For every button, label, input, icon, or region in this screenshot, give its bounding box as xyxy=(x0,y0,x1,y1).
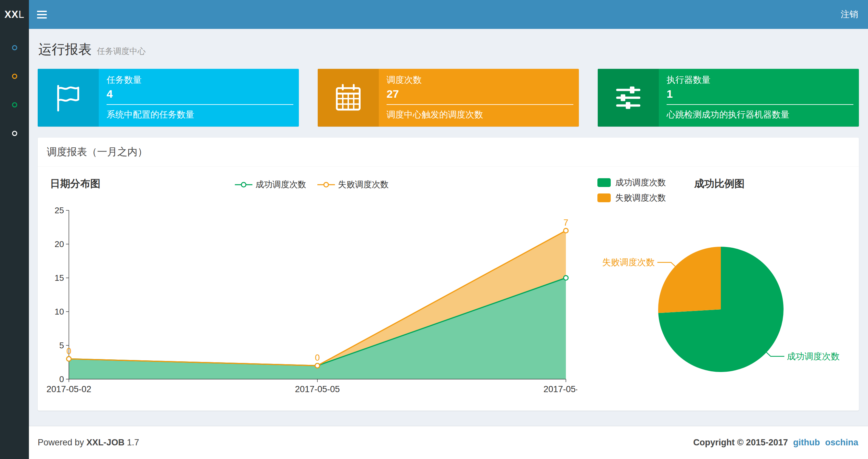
hamburger-icon xyxy=(37,14,47,15)
info-box-row: 任务数量 4 系统中配置的任务数量 xyxy=(38,69,859,127)
circle-icon xyxy=(12,131,17,136)
circle-icon xyxy=(12,45,17,50)
area-chart-legend: 成功调度次数 失败调度次数 xyxy=(46,179,577,190)
info-box-number: 1 xyxy=(666,88,854,100)
sidebar-toggle-button[interactable] xyxy=(29,0,55,29)
info-box-number: 4 xyxy=(106,88,293,100)
page-title: 运行报表 xyxy=(38,40,92,59)
page-subtitle: 任务调度中心 xyxy=(97,46,146,56)
info-box-title: 任务数量 xyxy=(106,74,293,86)
svg-text:2017-05-08: 2017-05-08 xyxy=(544,384,577,394)
product-version: 1.7 xyxy=(127,437,140,447)
logout-link[interactable]: 注销 xyxy=(831,0,868,29)
svg-text:0: 0 xyxy=(66,347,71,356)
footer-copyright: Copyright © 2015-2017 github oschina xyxy=(693,437,858,448)
svg-text:15: 15 xyxy=(55,273,64,283)
divider xyxy=(106,104,293,105)
sidebar-item-log[interactable] xyxy=(0,91,29,119)
content-area: 运行报表 任务调度中心 任务数量 4 系统中 xyxy=(29,29,868,426)
info-box-title: 调度次数 xyxy=(386,74,574,86)
info-box-executors: 执行器数量 1 心跳检测成功的执行器机器数量 xyxy=(598,69,859,127)
hamburger-icon xyxy=(37,17,47,19)
svg-text:成功调度次数: 成功调度次数 xyxy=(787,352,839,361)
sidebar-item-executor[interactable] xyxy=(0,119,29,148)
legend-swatch xyxy=(597,194,611,202)
svg-text:0: 0 xyxy=(59,374,64,384)
report-panel: 调度报表（一月之内） 日期分布图 xyxy=(38,138,859,411)
legend-label: 成功调度次数 xyxy=(615,177,666,188)
info-box-desc: 心跳检测成功的执行器机器数量 xyxy=(666,109,854,121)
svg-text:10: 10 xyxy=(55,307,64,317)
info-box-desc: 系统中配置的任务数量 xyxy=(106,109,293,121)
logo-text-bold: XX xyxy=(4,9,19,21)
info-box-number: 27 xyxy=(386,88,574,100)
sliders-icon xyxy=(614,83,643,112)
logo-text-rest: L xyxy=(19,9,24,21)
pie-chart-canvas: 成功调度次数失败调度次数 xyxy=(597,212,850,394)
divider xyxy=(666,104,854,105)
legend-label: 失败调度次数 xyxy=(615,192,666,203)
svg-text:25: 25 xyxy=(55,205,64,215)
legend-item-success[interactable]: 成功调度次数 xyxy=(597,177,666,188)
flag-icon xyxy=(54,83,83,112)
date-distribution-chart: 日期分布图 成功调度次数 xyxy=(46,176,577,397)
legend-item-fail[interactable]: 失败调度次数 xyxy=(317,179,389,190)
page-header: 运行报表 任务调度中心 xyxy=(38,29,859,62)
circle-icon xyxy=(12,102,17,107)
hamburger-icon xyxy=(37,11,47,12)
info-box-triggers: 调度次数 27 调度中心触发的调度次数 xyxy=(318,69,579,127)
info-box-desc: 调度中心触发的调度次数 xyxy=(386,109,574,121)
success-ratio-chart: 成功调度次数 失败调度次数 成功比例图 成功调度次数失败调度次数 xyxy=(597,176,850,397)
footer-powered: Powered by XXL-JOB 1.7 xyxy=(38,437,139,448)
info-box-title: 执行器数量 xyxy=(666,74,854,86)
legend-label: 成功调度次数 xyxy=(256,179,306,190)
panel-title: 调度报表（一月之内） xyxy=(38,138,859,166)
app-logo[interactable]: XXL xyxy=(0,0,29,29)
legend-item-success[interactable]: 成功调度次数 xyxy=(235,179,306,190)
area-chart-canvas: 05101520252017-05-022017-05-052017-05-08… xyxy=(46,196,577,397)
legend-label: 失败调度次数 xyxy=(338,179,389,190)
info-box-jobs: 任务数量 4 系统中配置的任务数量 xyxy=(38,69,299,127)
sidebar-item-job[interactable] xyxy=(0,62,29,91)
oschina-link[interactable]: oschina xyxy=(825,437,858,448)
svg-text:失败调度次数: 失败调度次数 xyxy=(602,257,655,267)
top-navbar: XXL 注销 xyxy=(0,0,868,29)
svg-text:5: 5 xyxy=(59,340,64,350)
line-marker-icon xyxy=(235,181,252,188)
legend-swatch xyxy=(597,178,611,187)
circle-icon xyxy=(12,74,17,79)
calendar-icon xyxy=(334,83,363,112)
pie-chart-legend: 成功调度次数 失败调度次数 xyxy=(597,177,666,203)
line-marker-icon xyxy=(317,181,335,188)
sidebar xyxy=(0,29,29,459)
sidebar-item-report[interactable] xyxy=(0,33,29,62)
svg-text:20: 20 xyxy=(55,239,64,249)
legend-item-fail[interactable]: 失败调度次数 xyxy=(597,192,666,203)
svg-text:7: 7 xyxy=(563,218,568,228)
footer: Powered by XXL-JOB 1.7 Copyright © 2015-… xyxy=(29,426,868,459)
svg-text:0: 0 xyxy=(315,353,320,363)
svg-text:2017-05-05: 2017-05-05 xyxy=(295,384,340,394)
svg-text:2017-05-02: 2017-05-02 xyxy=(46,384,91,394)
github-link[interactable]: github xyxy=(793,437,820,448)
product-name: XXL-JOB xyxy=(86,437,124,447)
pie-chart-title: 成功比例图 xyxy=(694,177,745,191)
divider xyxy=(386,104,574,105)
